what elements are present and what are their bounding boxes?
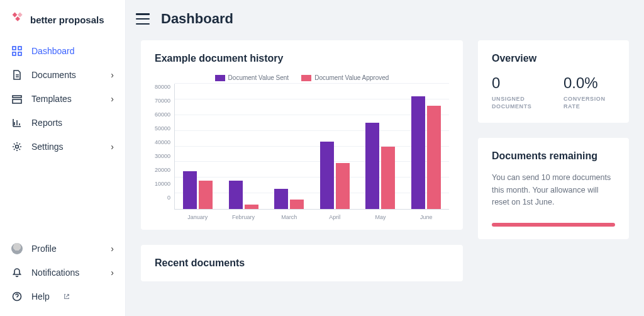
documents-remaining-card: Documents remaining You can send 10 more… [478, 138, 629, 239]
brand-name: better proposals [30, 15, 104, 25]
sidebar-item-label: Reports [31, 118, 62, 128]
documents-remaining-progress [492, 223, 615, 227]
y-tick: 30000 [155, 153, 170, 159]
chart-bar [245, 205, 258, 209]
y-tick: 60000 [155, 111, 170, 118]
y-tick: 40000 [155, 139, 170, 145]
svg-rect-7 [13, 96, 21, 98]
sidebar-item-label: Settings [31, 142, 64, 152]
sidebar-item-label: Dashboard [31, 46, 75, 56]
chart-plot: JanuaryFebruaryMarchAprilMayJune [174, 84, 449, 210]
chevron-right-icon: › [111, 142, 114, 152]
chart-category: April [312, 84, 358, 209]
chart-bar [199, 181, 213, 209]
chart-bar [411, 96, 425, 209]
chart-bar [229, 181, 243, 209]
x-tick: March [266, 214, 312, 220]
menu-toggle-icon[interactable] [136, 13, 150, 25]
gear-icon [11, 141, 23, 152]
chart-category: May [358, 84, 404, 209]
sidebar-item-label: Documents [31, 70, 76, 80]
overview-stat-value: 0.0% [564, 74, 615, 92]
documents-remaining-text: You can send 10 more documents this mont… [492, 172, 615, 208]
templates-icon [11, 93, 23, 104]
sidebar-item-dashboard[interactable]: Dashboard [0, 39, 125, 63]
x-tick: June [403, 214, 449, 220]
topbar: Dashboard [126, 0, 644, 38]
nav-footer: Profile › Notifications › Help [0, 237, 125, 308]
bell-icon [11, 267, 23, 278]
chart-bar [320, 142, 334, 209]
legend-label: Document Value Sent [228, 74, 289, 81]
overview-card: Overview 0 UNSIGNED DOCUMENTS 0.0% CONVE… [478, 40, 629, 123]
chart-legend: Document Value SentDocument Value Approv… [215, 74, 389, 81]
chart-bar [183, 171, 197, 209]
chart-bar [274, 189, 288, 209]
svg-rect-2 [15, 16, 20, 21]
x-tick: May [358, 214, 404, 220]
x-tick: February [221, 214, 267, 220]
y-tick: 20000 [155, 167, 170, 173]
overview-title: Overview [492, 53, 615, 64]
chart-bar [365, 123, 379, 209]
chart-y-axis: 8000070000600005000040000300002000010000… [155, 84, 174, 210]
x-tick: April [312, 214, 358, 220]
sidebar-item-notifications[interactable]: Notifications › [0, 261, 125, 285]
svg-rect-8 [13, 99, 21, 103]
history-card: Example document history Document Value … [141, 40, 463, 230]
chart-bar [381, 147, 395, 210]
svg-rect-6 [18, 52, 21, 55]
sidebar-item-reports[interactable]: Reports [0, 111, 125, 135]
main: Dashboard Example document history Docum… [126, 0, 644, 316]
svg-point-9 [16, 145, 19, 149]
sidebar-item-settings[interactable]: Settings › [0, 135, 125, 159]
recent-documents-card: Recent documents [141, 245, 463, 281]
legend-swatch-icon [301, 75, 311, 81]
overview-stat-conversion: 0.0% CONVERSION RATE [564, 74, 615, 110]
external-link-icon [61, 291, 72, 302]
chart-bar [427, 106, 441, 209]
sidebar-item-label: Templates [31, 94, 72, 104]
chevron-right-icon: › [111, 244, 114, 254]
sidebar-item-help[interactable]: Help [0, 285, 125, 308]
sidebar-item-documents[interactable]: Documents › [0, 63, 125, 87]
legend-label: Document Value Approved [314, 74, 389, 81]
document-icon [11, 69, 23, 81]
brand-logo-icon [11, 11, 25, 28]
y-tick: 50000 [155, 125, 170, 132]
chart-category: January [175, 84, 221, 209]
svg-rect-5 [13, 52, 16, 55]
sidebar-item-label: Help [31, 291, 50, 302]
legend-item: Document Value Sent [215, 74, 289, 81]
svg-rect-0 [13, 13, 18, 18]
svg-rect-1 [18, 13, 23, 18]
help-icon [11, 291, 23, 302]
svg-rect-3 [13, 47, 16, 50]
legend-item: Document Value Approved [301, 74, 389, 81]
sidebar-item-profile[interactable]: Profile › [0, 237, 125, 261]
overview-stat-label: CONVERSION RATE [564, 96, 615, 110]
overview-stat-label: UNSIGNED DOCUMENTS [492, 96, 543, 110]
chart-bar [336, 163, 350, 209]
overview-stat-value: 0 [492, 74, 543, 92]
documents-remaining-title: Documents remaining [492, 150, 615, 162]
chart-category: March [266, 84, 312, 209]
sidebar: better proposals Dashboard Documents › [0, 0, 126, 316]
avatar-icon [11, 243, 23, 254]
overview-stat-unsigned: 0 UNSIGNED DOCUMENTS [492, 74, 543, 110]
chevron-right-icon: › [111, 94, 114, 104]
sidebar-item-label: Profile [31, 244, 57, 254]
chart-bar [290, 200, 304, 209]
x-tick: January [175, 214, 221, 220]
sidebar-item-templates[interactable]: Templates › [0, 87, 125, 111]
grid-icon [11, 45, 23, 57]
chevron-right-icon: › [111, 268, 114, 278]
reports-icon [11, 117, 23, 128]
recent-documents-title: Recent documents [155, 257, 449, 269]
nav-main: Dashboard Documents › Templates › [0, 39, 125, 159]
y-tick: 10000 [155, 181, 170, 187]
y-tick: 0 [167, 195, 170, 201]
y-tick: 70000 [155, 98, 170, 104]
chevron-right-icon: › [111, 70, 114, 80]
content: Example document history Document Value … [126, 38, 644, 296]
